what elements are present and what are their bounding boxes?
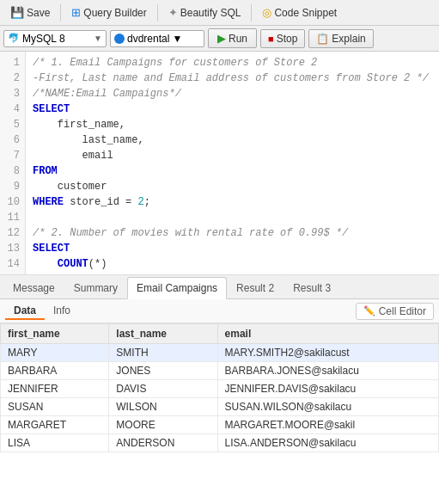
table-row[interactable]: MARGARETMOOREMARGARET.MOORE@sakil — [1, 416, 439, 434]
tab-result2[interactable]: Result 2 — [227, 277, 284, 298]
table-cell: JENNIFER.DAVIS@sakilacu — [217, 380, 438, 398]
cell-editor-icon: ✏️ — [363, 305, 375, 317]
run-button[interactable]: ▶ Run — [208, 28, 257, 48]
snippet-icon: ◎ — [262, 6, 271, 19]
table-cell: DAVIS — [109, 380, 217, 398]
table-row[interactable]: LISAANDERSONLISA.ANDERSON@sakilacu — [1, 434, 439, 452]
table-cell: MARY.SMITH2@sakilacust — [217, 344, 438, 362]
query-builder-label: Query Builder — [83, 7, 146, 19]
table-cell: JENNIFER — [1, 380, 109, 398]
col-header-email: email — [217, 324, 438, 344]
code-editor[interactable]: /* 1. Email Campaigns for customers of S… — [26, 52, 439, 274]
explain-button[interactable]: 📋 Explain — [308, 29, 373, 48]
db-selector[interactable]: 🐬 MySQL 8 ▼ — [3, 30, 107, 47]
table-cell: MARGARET.MOORE@sakil — [217, 416, 438, 434]
sub-tab-data[interactable]: Data — [5, 303, 45, 320]
table-cell: SMITH — [109, 344, 217, 362]
data-info-tabs: Data Info — [5, 303, 79, 320]
table-cell: MARGARET — [1, 416, 109, 434]
save-button[interactable]: 💾 Save — [3, 3, 57, 22]
stop-icon: ■ — [268, 34, 274, 44]
table-row[interactable]: MARYSMITHMARY.SMITH2@sakilacust — [1, 344, 439, 362]
table-header-row: first_name last_name email — [1, 324, 439, 344]
table-cell: ANDERSON — [109, 434, 217, 452]
table-row[interactable]: SUSANWILSONSUSAN.WILSON@sakilacu — [1, 398, 439, 416]
tab-result3[interactable]: Result 3 — [284, 277, 340, 298]
table-cell: SUSAN — [1, 398, 109, 416]
beautify-label: Beautify SQL — [180, 7, 241, 19]
tab-message[interactable]: Message — [3, 277, 64, 298]
query-builder-button[interactable]: ⊞ Query Builder — [64, 3, 153, 22]
line-numbers: 12345 678910 1112131415 1617181920 — [0, 52, 26, 274]
separator-1 — [60, 4, 61, 22]
table-cell: JONES — [109, 362, 217, 380]
table-row[interactable]: BARBARAJONESBARBARA.JONES@sakilacu — [1, 362, 439, 380]
run-icon: ▶ — [217, 32, 226, 45]
table-cell: LISA — [1, 434, 109, 452]
beautify-icon: ✦ — [168, 6, 178, 19]
db-toolbar: 🐬 MySQL 8 ▼ dvdrental ▼ ▶ Run ■ Stop 📋 E… — [0, 26, 439, 52]
explain-label: Explain — [332, 33, 365, 45]
save-icon: 💾 — [10, 6, 24, 19]
col-header-last-name: last_name — [109, 324, 217, 344]
cell-editor-label: Cell Editor — [379, 305, 426, 317]
result-toolbar: Data Info ✏️ Cell Editor — [0, 299, 439, 323]
table-cell: WILSON — [109, 398, 217, 416]
stop-label: Stop — [277, 33, 298, 45]
table-row[interactable]: JENNIFERDAVISJENNIFER.DAVIS@sakilacu — [1, 380, 439, 398]
schema-icon — [114, 34, 125, 44]
separator-2 — [157, 4, 158, 22]
explain-icon: 📋 — [316, 33, 329, 45]
result-tabs: Message Summary Email Campaigns Result 2… — [0, 275, 439, 299]
table-cell: LISA.ANDERSON@sakilacu — [217, 434, 438, 452]
db-dropdown-arrow: ▼ — [94, 34, 102, 43]
schema-dropdown-arrow: ▼ — [172, 33, 182, 45]
table-cell: BARBARA.JONES@sakilacu — [217, 362, 438, 380]
cell-editor-button[interactable]: ✏️ Cell Editor — [356, 303, 434, 320]
table-cell: BARBARA — [1, 362, 109, 380]
separator-3 — [251, 4, 252, 22]
db-name: MySQL 8 — [22, 33, 65, 45]
main-toolbar: 💾 Save ⊞ Query Builder ✦ Beautify SQL ◎ … — [0, 0, 439, 26]
query-builder-icon: ⊞ — [71, 6, 81, 19]
table-cell: SUSAN.WILSON@sakilacu — [217, 398, 438, 416]
beautify-button[interactable]: ✦ Beautify SQL — [162, 3, 248, 22]
run-label: Run — [229, 33, 247, 45]
db-type-icon: 🐬 — [8, 33, 20, 44]
result-content: Data Info ✏️ Cell Editor first_name last… — [0, 299, 439, 504]
tab-summary[interactable]: Summary — [64, 277, 127, 298]
data-table: first_name last_name email MARYSMITHMARY… — [0, 323, 439, 452]
data-table-container[interactable]: first_name last_name email MARYSMITHMARY… — [0, 323, 439, 504]
snippet-button[interactable]: ◎ Code Snippet — [255, 3, 344, 22]
bottom-section: Message Summary Email Campaigns Result 2… — [0, 275, 439, 504]
stop-button[interactable]: ■ Stop — [260, 29, 305, 48]
schema-selector[interactable]: dvdrental ▼ — [110, 30, 204, 47]
tab-email-campaigns[interactable]: Email Campaigns — [127, 277, 227, 299]
snippet-label: Code Snippet — [274, 7, 337, 19]
editor-area: 12345 678910 1112131415 1617181920 /* 1.… — [0, 52, 439, 275]
save-label: Save — [27, 7, 50, 19]
table-cell: MARY — [1, 344, 109, 362]
table-cell: MOORE — [109, 416, 217, 434]
sub-tab-info[interactable]: Info — [45, 303, 79, 320]
schema-name: dvdrental — [127, 33, 169, 45]
col-header-first-name: first_name — [1, 324, 109, 344]
